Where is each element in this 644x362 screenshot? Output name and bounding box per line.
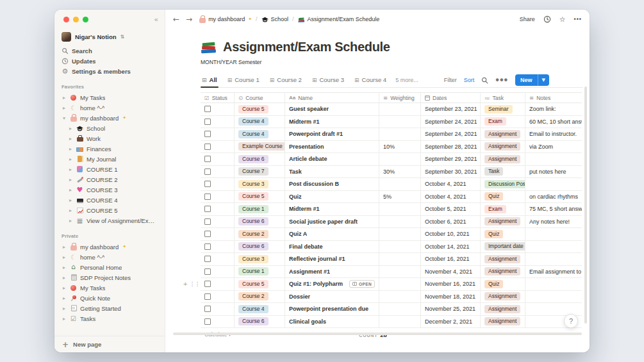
course-tag[interactable]: Course 6 [238,217,268,226]
course-cell[interactable]: Course 5 [235,103,285,115]
sidebar-item-course-4[interactable]: ▸COURSE 4 [59,195,160,205]
course-cell[interactable]: Course 7 [235,166,285,178]
new-page-button[interactable]: + New page [54,336,165,352]
weighting-cell[interactable]: 5% [379,191,421,203]
chevron-right-icon[interactable]: ▸ [68,208,73,213]
task-tag[interactable]: Exam [484,117,506,126]
course-cell[interactable]: Course 4 [235,128,285,140]
course-tag[interactable]: Course 6 [238,242,268,251]
task-cell[interactable]: Important date [481,241,525,253]
chevron-right-icon[interactable]: ▸ [68,167,73,172]
weighting-cell[interactable] [379,253,421,265]
name-cell[interactable]: Guest speaker [285,103,379,115]
date-cell[interactable]: September 29, 2021 [421,153,481,165]
task-tag[interactable]: Discussion Post [484,180,525,188]
chevron-right-icon[interactable]: ▸ [62,295,67,301]
status-cell[interactable] [201,128,235,140]
date-cell[interactable]: October 6, 2021 [421,216,481,228]
date-cell[interactable]: September 30, 2021 [421,166,481,178]
table-row[interactable]: Course 1Midterm #1October 5, 2021Exam75 … [201,203,582,216]
task-cell[interactable]: Assignment [481,303,525,315]
row-checkbox[interactable] [204,156,211,162]
notes-cell[interactable] [525,253,582,265]
row-checkbox[interactable] [204,169,211,175]
chevron-right-icon[interactable]: ▸ [62,285,67,291]
notes-cell[interactable] [525,153,582,165]
task-cell[interactable]: Quiz [481,278,525,290]
course-tag[interactable]: Course 1 [238,267,268,276]
filter-button[interactable]: Filter [444,77,457,83]
course-tag[interactable]: Course 4 [238,130,268,138]
sidebar-item-my-dashboard[interactable]: ▾my dashboard✦ [59,113,160,123]
row-checkbox[interactable] [204,144,211,150]
notes-cell[interactable] [525,278,582,290]
row-checkbox[interactable] [204,306,211,312]
name-cell[interactable]: Final debate [285,241,379,253]
row-name[interactable]: Presentation [289,144,324,150]
chevron-right-icon[interactable]: ▸ [62,105,67,111]
name-cell[interactable]: Quiz #1: PolypharmacyOPEN [285,278,379,290]
course-tag[interactable]: Course 5 [238,280,268,288]
task-cell[interactable]: Exam [481,203,525,215]
name-cell[interactable]: Powerpoint presentation due [285,303,379,315]
notes-cell[interactable]: on cardiac rhythms [525,191,582,203]
notes-cell[interactable]: Zoom link: [525,103,582,115]
status-cell[interactable] [201,153,235,165]
row-checkbox[interactable] [204,206,211,212]
course-tag[interactable]: Course 4 [238,305,268,313]
row-name[interactable]: Reflective journal #1 [289,256,345,262]
row-checkbox[interactable] [204,293,211,300]
task-tag[interactable]: Assignment [484,305,520,313]
sort-button[interactable]: Sort [464,77,475,83]
task-tag[interactable]: Seminar [484,105,513,113]
row-checkbox[interactable] [204,281,211,287]
course-tag[interactable]: Course 6 [238,155,268,163]
task-tag[interactable]: Assignment [484,155,520,163]
column-header-task[interactable]: ≔Task [481,93,525,103]
sidebar-item-course-3[interactable]: ▸♥COURSE 3 [59,185,160,195]
tab-course-1[interactable]: ⊞Course 1 [226,73,261,87]
column-header-notes[interactable]: ≡Notes [525,93,582,103]
weighting-cell[interactable] [379,241,421,253]
drag-handle-icon[interactable]: ⋮⋮ [189,280,199,288]
status-cell[interactable] [201,241,235,253]
favorite-star-icon[interactable]: ☆ [559,15,566,24]
sidebar-item-settings-members[interactable]: ⚙Settings & members [59,66,160,76]
name-cell[interactable]: Task [285,166,379,178]
task-tag[interactable]: Important date [484,242,525,251]
row-name[interactable]: Social justice paper draft [289,218,358,225]
course-tag[interactable]: Course 7 [238,167,268,176]
row-checkbox[interactable] [204,119,211,125]
name-cell[interactable]: Dossier [285,291,379,303]
updates-history-icon[interactable] [543,15,551,23]
status-cell[interactable] [201,141,235,153]
column-header-weighting[interactable]: ≡Weighting [379,93,421,103]
name-cell[interactable]: Quiz [285,191,379,203]
weighting-cell[interactable]: 10% [379,141,421,153]
notes-cell[interactable]: 60 MC, 10 short answers [525,116,582,128]
course-tag[interactable]: Course 5 [238,105,268,113]
open-button[interactable]: OPEN [349,280,375,288]
task-tag[interactable]: Task [484,167,503,176]
row-name[interactable]: Midterm #1 [289,206,320,212]
weighting-cell[interactable] [379,316,421,328]
status-cell[interactable] [201,291,235,303]
task-cell[interactable]: Quiz [481,191,525,203]
status-cell[interactable] [201,253,235,265]
task-tag[interactable]: Assignment [484,267,520,276]
table-row[interactable]: Example CoursePresentation10%September 2… [201,141,582,154]
row-name[interactable]: Powerpoint presentation due [289,306,368,312]
vertical-scrollbar[interactable] [584,86,587,324]
task-tag[interactable]: Assignment [484,292,520,300]
weighting-cell[interactable] [379,228,421,240]
name-cell[interactable]: Clinical goals [285,316,379,328]
notes-cell[interactable]: via Zoom [525,141,582,153]
task-tag[interactable]: Assignment [484,142,520,151]
sidebar-item-view-of-assignment-exam-s[interactable]: ▸▦View of Assignment/Exam S... [59,215,160,226]
weighting-cell[interactable] [379,203,421,215]
sidebar-item-home[interactable]: ▸☾home ^-^ [59,103,160,113]
sidebar-item-course-2[interactable]: ▸COURSE 2 [59,174,160,185]
sidebar-item-course-1[interactable]: ▸COURSE 1 [59,164,160,174]
sidebar-item-my-journal[interactable]: ▸My Journal [59,154,160,164]
name-cell[interactable]: Assignment #1 [285,266,379,278]
